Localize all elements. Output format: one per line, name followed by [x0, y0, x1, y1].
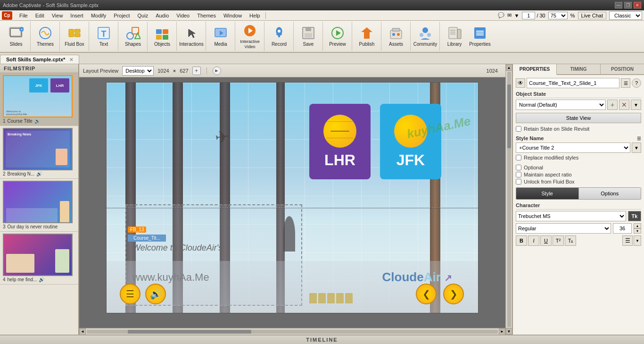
bold-button[interactable]: B	[516, 235, 527, 246]
style-tab-button[interactable]: Style	[516, 188, 579, 199]
close-button[interactable]: ✕	[634, 2, 641, 8]
state-delete-button[interactable]: ✕	[619, 100, 629, 110]
desktop-select[interactable]: Desktop	[122, 66, 154, 76]
help-button[interactable]: ?	[632, 78, 641, 88]
prev-nav-button[interactable]: ❮	[416, 284, 437, 304]
audio-nav-button[interactable]: 🔊	[145, 284, 166, 304]
play-button[interactable]: ►	[213, 67, 221, 75]
slide-item-2[interactable]: Breaking News 2 Breaking N... 🔊	[0, 126, 78, 179]
state-add-button[interactable]: +	[607, 100, 618, 110]
font-preview-button[interactable]: Tk	[628, 211, 641, 221]
object-state-section: Object State	[516, 91, 641, 98]
interactions-button[interactable]: Interactions	[179, 23, 204, 50]
menu-video[interactable]: Video	[173, 12, 193, 19]
underline-button[interactable]: U	[540, 235, 552, 246]
canvas-scroll[interactable]: LHR JFK ✈ FB_13	[79, 77, 505, 328]
next-nav-button[interactable]: ❯	[443, 284, 464, 304]
align-left-button[interactable]: ☰	[622, 235, 633, 246]
slides-button[interactable]: + Slides	[4, 23, 28, 50]
fluidbox-button[interactable]: Fluid Box	[62, 23, 87, 50]
font-name-select[interactable]: Trebuchet MS	[516, 211, 626, 221]
slide-item-3[interactable]: 3 Our day is never routine	[0, 179, 78, 232]
preview-button[interactable]: Preview	[325, 23, 350, 50]
style-name-select[interactable]: +Course Title 2	[516, 143, 630, 153]
tab-position[interactable]: POSITION	[601, 64, 644, 74]
menu-view[interactable]: View	[49, 12, 66, 19]
add-resolution-button[interactable]: +	[192, 67, 201, 75]
replace-styles-checkbox[interactable]	[516, 155, 521, 160]
tab-close-icon[interactable]: ✕	[69, 57, 73, 62]
mode-select[interactable]: Classic	[609, 11, 642, 20]
menu-file[interactable]: File	[16, 12, 31, 19]
tab-timing[interactable]: TIMING	[557, 64, 601, 74]
media-button[interactable]: Media	[208, 23, 233, 50]
style-options-button[interactable]: ☰	[637, 136, 641, 141]
font-size-down-button[interactable]: ▼	[634, 228, 641, 234]
style-dropdown-button[interactable]: ▼	[632, 143, 641, 153]
publish-button[interactable]: Publish	[355, 23, 379, 50]
save-label: Save	[303, 42, 314, 47]
menu-edit[interactable]: Edit	[32, 12, 48, 19]
scroll-left-button[interactable]: ◄	[79, 328, 86, 335]
menu-project[interactable]: Project	[110, 12, 133, 19]
state-select[interactable]: Normal (Default)	[516, 100, 606, 110]
list-options-button[interactable]: ☰	[621, 78, 630, 88]
state-more-button[interactable]: ▼	[631, 100, 641, 110]
h-scroll-track[interactable]	[87, 330, 498, 334]
options-tab-button[interactable]: Options	[579, 188, 641, 199]
menu-separator	[265, 12, 266, 19]
font-size-input[interactable]: 36	[613, 223, 632, 234]
superscript-button[interactable]: T²	[553, 235, 564, 246]
menu-modify[interactable]: Modify	[88, 12, 109, 19]
menu-quiz[interactable]: Quiz	[134, 12, 152, 19]
community-button[interactable]: Community	[413, 23, 438, 50]
shapes-button[interactable]: Shapes	[121, 23, 145, 50]
visibility-button[interactable]: 👁	[516, 78, 525, 88]
optional-checkbox[interactable]	[516, 165, 521, 170]
restore-button[interactable]: ❐	[624, 2, 632, 8]
v-scroll-track[interactable]	[507, 72, 511, 327]
unlock-fluid-checkbox[interactable]	[516, 179, 521, 185]
svg-point-35	[420, 33, 423, 37]
format-buttons-row: B I U T² T₂ ☰ ▼	[516, 235, 641, 246]
library-button[interactable]: Library	[442, 23, 467, 50]
menu-themes[interactable]: Themes	[194, 12, 219, 19]
font-style-select[interactable]: Regular	[516, 223, 611, 234]
zoom-select[interactable]: 7550100	[548, 12, 568, 19]
assets-button[interactable]: Assets	[384, 23, 408, 50]
align-dropdown-button[interactable]: ▼	[634, 235, 641, 246]
menu-nav-button[interactable]: ☰	[120, 284, 140, 304]
save-button[interactable]: Save	[296, 23, 321, 50]
slide-item-4[interactable]: 4 help me find... 🔊	[0, 232, 78, 285]
menu-insert[interactable]: Insert	[67, 12, 87, 19]
lhr-globe	[323, 115, 356, 148]
font-size-up-button[interactable]: ▲	[634, 223, 641, 228]
interactions-group: Interactions	[177, 22, 206, 51]
objects-button[interactable]: Objects	[150, 23, 174, 50]
minimize-button[interactable]: —	[615, 2, 622, 8]
themes-button[interactable]: Themes	[33, 23, 58, 50]
interactive-video-button[interactable]: InteractiveVideo	[238, 21, 262, 52]
menu-audio[interactable]: Audio	[152, 12, 172, 19]
slide-item-1[interactable]: LHR JFK Welcome to www.kuyhAa.Me 1 Cours…	[0, 73, 78, 126]
tab-properties[interactable]: PROPERTIES	[513, 64, 557, 75]
record-button[interactable]: Record	[267, 23, 291, 50]
properties-button[interactable]: Properties	[468, 23, 492, 50]
menu-window[interactable]: Window	[220, 12, 245, 19]
state-view-button[interactable]: State View	[516, 113, 641, 123]
tab-soft-skills[interactable]: Soft Skills Sample.cptx* ✕	[0, 55, 79, 64]
subscript-button[interactable]: T₂	[565, 235, 576, 246]
scroll-right-button[interactable]: ►	[499, 328, 505, 335]
scroll-down-button[interactable]: ▼	[506, 328, 512, 335]
italic-button[interactable]: I	[528, 235, 539, 246]
assets-group: Assets	[382, 22, 411, 51]
scroll-up-button[interactable]: ▲	[506, 64, 512, 71]
retain-state-checkbox[interactable]	[516, 126, 521, 132]
menu-help[interactable]: Help	[246, 12, 264, 19]
timeline[interactable]: TIMELINE	[0, 335, 644, 344]
livechat-button[interactable]: Live Chat	[578, 12, 606, 19]
text-button[interactable]: T Text	[91, 23, 116, 50]
maintain-aspect-checkbox[interactable]	[516, 172, 521, 177]
object-name-input[interactable]: Course_Title_Text_2_Slide_1	[527, 78, 619, 88]
page-number-input[interactable]: 1	[522, 12, 535, 19]
